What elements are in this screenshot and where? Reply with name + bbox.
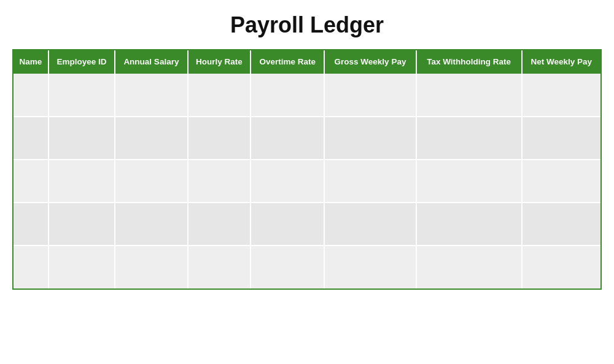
header-cell-employee-id: Employee ID xyxy=(49,50,115,74)
table-cell-2-1[interactable] xyxy=(49,160,115,203)
header-cell-gross-weekly-pay: Gross Weekly Pay xyxy=(324,50,416,74)
table-cell-2-2[interactable] xyxy=(115,160,188,203)
header-cell-name: Name xyxy=(14,50,49,74)
header-cell-net-weekly-pay: Net Weekly Pay xyxy=(522,50,600,74)
table-cell-1-7[interactable] xyxy=(522,117,600,160)
table-cell-4-7[interactable] xyxy=(522,246,600,288)
table-row xyxy=(14,117,600,160)
table-cell-0-0[interactable] xyxy=(14,74,49,117)
header-cell-hourly-rate: Hourly Rate xyxy=(188,50,251,74)
table-cell-4-0[interactable] xyxy=(14,246,49,288)
header-cell-annual-salary: Annual Salary xyxy=(115,50,188,74)
table-cell-4-3[interactable] xyxy=(188,246,251,288)
table-cell-4-4[interactable] xyxy=(251,246,324,288)
table-row xyxy=(14,160,600,203)
table-body xyxy=(14,74,600,288)
table-cell-3-3[interactable] xyxy=(188,203,251,246)
table-cell-2-4[interactable] xyxy=(251,160,324,203)
table-cell-3-7[interactable] xyxy=(522,203,600,246)
table-cell-3-4[interactable] xyxy=(251,203,324,246)
table-cell-1-2[interactable] xyxy=(115,117,188,160)
table-cell-3-5[interactable] xyxy=(324,203,416,246)
table-cell-3-2[interactable] xyxy=(115,203,188,246)
payroll-table-wrapper: NameEmployee IDAnnual SalaryHourly RateO… xyxy=(12,49,602,290)
table-cell-1-3[interactable] xyxy=(188,117,251,160)
table-cell-1-0[interactable] xyxy=(14,117,49,160)
table-cell-3-1[interactable] xyxy=(49,203,115,246)
table-cell-4-5[interactable] xyxy=(324,246,416,288)
table-cell-2-3[interactable] xyxy=(188,160,251,203)
table-cell-0-4[interactable] xyxy=(251,74,324,117)
table-cell-1-5[interactable] xyxy=(324,117,416,160)
table-cell-0-1[interactable] xyxy=(49,74,115,117)
table-cell-0-2[interactable] xyxy=(115,74,188,117)
table-row xyxy=(14,74,600,117)
table-cell-2-6[interactable] xyxy=(416,160,522,203)
table-cell-0-3[interactable] xyxy=(188,74,251,117)
table-row xyxy=(14,203,600,246)
header-cell-tax-withholding-rate: Tax Withholding Rate xyxy=(416,50,522,74)
table-cell-4-2[interactable] xyxy=(115,246,188,288)
table-cell-3-0[interactable] xyxy=(14,203,49,246)
table-cell-1-6[interactable] xyxy=(416,117,522,160)
table-cell-0-5[interactable] xyxy=(324,74,416,117)
page-title: Payroll Ledger xyxy=(230,12,384,38)
table-cell-4-1[interactable] xyxy=(49,246,115,288)
table-cell-1-4[interactable] xyxy=(251,117,324,160)
table-cell-1-1[interactable] xyxy=(49,117,115,160)
table-cell-0-7[interactable] xyxy=(522,74,600,117)
payroll-table: NameEmployee IDAnnual SalaryHourly RateO… xyxy=(14,50,600,288)
header-cell-overtime-rate: Overtime Rate xyxy=(251,50,324,74)
table-cell-2-7[interactable] xyxy=(522,160,600,203)
table-header: NameEmployee IDAnnual SalaryHourly RateO… xyxy=(14,50,600,74)
table-cell-0-6[interactable] xyxy=(416,74,522,117)
table-cell-3-6[interactable] xyxy=(416,203,522,246)
table-cell-2-0[interactable] xyxy=(14,160,49,203)
header-row: NameEmployee IDAnnual SalaryHourly RateO… xyxy=(14,50,600,74)
table-row xyxy=(14,246,600,288)
table-cell-4-6[interactable] xyxy=(416,246,522,288)
table-cell-2-5[interactable] xyxy=(324,160,416,203)
